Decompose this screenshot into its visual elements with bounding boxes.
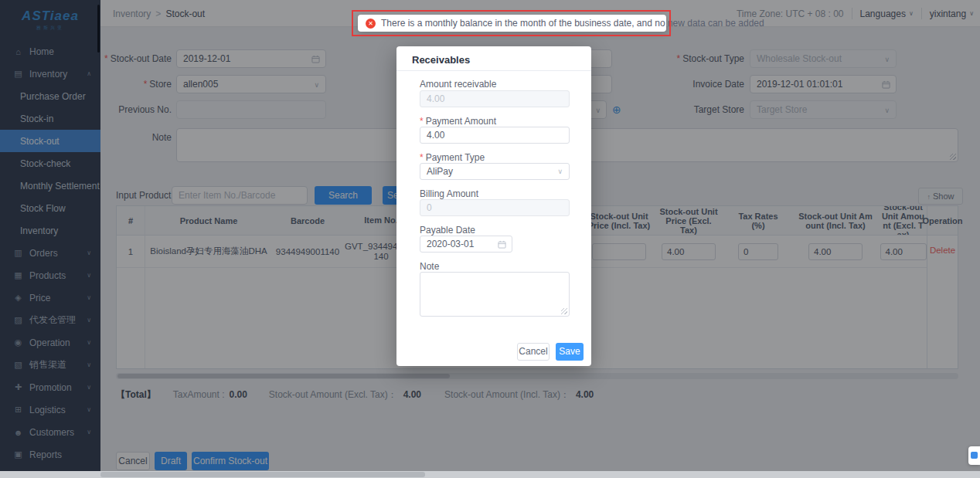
error-toast: ✕ There is a monthly balance in the mont… xyxy=(358,15,666,32)
calendar-icon xyxy=(498,240,506,249)
required-asterisk: * xyxy=(420,152,424,163)
chevron-down-icon: ∨ xyxy=(557,164,563,179)
modal-cancel-button[interactable]: Cancel xyxy=(517,343,550,361)
scrollbar-thumb[interactable] xyxy=(100,472,425,477)
amount-receivable-label: Amount receivable xyxy=(420,79,496,90)
required-asterisk: * xyxy=(420,116,424,127)
billing-amount-label: Billing Amount xyxy=(420,188,478,199)
modal-title: Receivables xyxy=(412,54,470,66)
floating-widget-button[interactable] xyxy=(968,446,980,465)
payment-amount-label: *Payment Amount xyxy=(420,116,496,127)
page-horizontal-scrollbar[interactable] xyxy=(0,471,980,478)
widget-icon xyxy=(971,452,978,459)
payable-date-label: Payable Date xyxy=(420,225,475,236)
app-root: ASTiaea 雅斯兴亚 ⌂ Home ▤ Inventory ∧ Purcha… xyxy=(0,0,980,478)
modal-save-button[interactable]: Save xyxy=(556,343,584,361)
modal-note-textarea[interactable] xyxy=(420,272,570,317)
resize-handle[interactable] xyxy=(561,308,567,314)
payable-date-input[interactable]: 2020-03-01 xyxy=(420,236,512,253)
payment-type-label: *Payment Type xyxy=(420,152,485,163)
payment-type-select[interactable]: AliPay ∨ xyxy=(420,163,570,180)
modal-note-label: Note xyxy=(420,261,439,272)
error-icon: ✕ xyxy=(366,19,376,29)
amount-receivable-input: 4.00 xyxy=(420,90,570,107)
modal-header-divider xyxy=(396,70,591,71)
receivables-modal: Receivables Amount receivable 4.00 *Paym… xyxy=(396,46,591,366)
error-toast-text: There is a monthly balance in the month … xyxy=(381,18,764,29)
billing-amount-input: 0 xyxy=(420,199,570,216)
payment-amount-input[interactable]: 4.00 xyxy=(420,127,570,144)
